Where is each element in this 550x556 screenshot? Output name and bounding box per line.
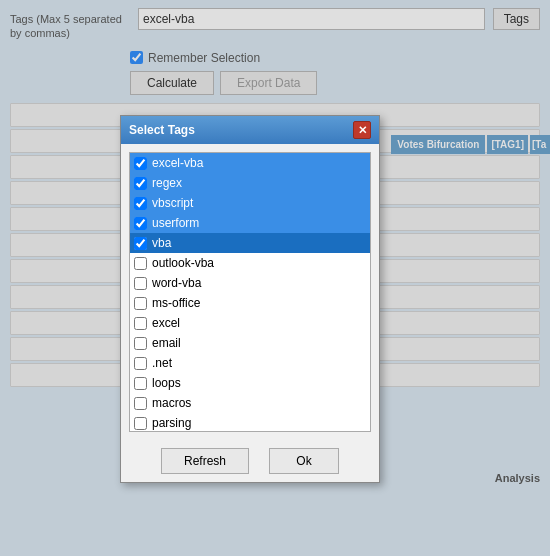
list-item-label: vba: [152, 236, 171, 250]
list-item-label: macros: [152, 396, 191, 410]
list-item[interactable]: vbscript: [130, 193, 370, 213]
ok-button[interactable]: Ok: [269, 448, 339, 474]
list-item[interactable]: regex: [130, 173, 370, 193]
list-item-label: email: [152, 336, 181, 350]
list-item-label: excel: [152, 316, 180, 330]
dialog-footer: Refresh Ok: [121, 440, 379, 482]
list-item-checkbox[interactable]: [134, 417, 147, 430]
list-item-checkbox[interactable]: [134, 217, 147, 230]
list-item[interactable]: macros: [130, 393, 370, 413]
list-item-checkbox[interactable]: [134, 377, 147, 390]
list-item[interactable]: excel: [130, 313, 370, 333]
list-item-checkbox[interactable]: [134, 297, 147, 310]
list-item-label: vbscript: [152, 196, 193, 210]
list-item[interactable]: vba: [130, 233, 370, 253]
list-item-checkbox[interactable]: [134, 357, 147, 370]
list-item-checkbox[interactable]: [134, 237, 147, 250]
list-item-label: word-vba: [152, 276, 201, 290]
list-item-label: .net: [152, 356, 172, 370]
list-item-label: loops: [152, 376, 181, 390]
list-item[interactable]: ms-office: [130, 293, 370, 313]
list-item-checkbox[interactable]: [134, 197, 147, 210]
list-item[interactable]: userform: [130, 213, 370, 233]
list-item[interactable]: word-vba: [130, 273, 370, 293]
list-item-label: excel-vba: [152, 156, 203, 170]
list-item[interactable]: outlook-vba: [130, 253, 370, 273]
list-item[interactable]: excel-vba: [130, 153, 370, 173]
tags-listbox[interactable]: excel-vbaregexvbscriptuserformvbaoutlook…: [129, 152, 371, 432]
list-item-label: regex: [152, 176, 182, 190]
list-item[interactable]: loops: [130, 373, 370, 393]
list-item-label: parsing: [152, 416, 191, 430]
refresh-button[interactable]: Refresh: [161, 448, 249, 474]
dialog-body: excel-vbaregexvbscriptuserformvbaoutlook…: [121, 144, 379, 440]
dialog-titlebar: Select Tags ✕: [121, 116, 379, 144]
list-item-checkbox[interactable]: [134, 397, 147, 410]
close-icon: ✕: [358, 124, 367, 137]
dialog-title: Select Tags: [129, 123, 195, 137]
list-item[interactable]: .net: [130, 353, 370, 373]
list-item-checkbox[interactable]: [134, 157, 147, 170]
list-item-checkbox[interactable]: [134, 317, 147, 330]
list-item-checkbox[interactable]: [134, 177, 147, 190]
list-item-checkbox[interactable]: [134, 257, 147, 270]
list-item-label: ms-office: [152, 296, 200, 310]
dialog-close-button[interactable]: ✕: [353, 121, 371, 139]
background-panel: Tags (Max 5 separated by commas) Tags Re…: [0, 0, 550, 556]
select-tags-dialog: Select Tags ✕ excel-vbaregexvbscriptuser…: [120, 115, 380, 483]
list-item[interactable]: email: [130, 333, 370, 353]
list-item[interactable]: parsing: [130, 413, 370, 432]
list-item-label: userform: [152, 216, 199, 230]
list-item-label: outlook-vba: [152, 256, 214, 270]
list-item-checkbox[interactable]: [134, 277, 147, 290]
list-item-checkbox[interactable]: [134, 337, 147, 350]
